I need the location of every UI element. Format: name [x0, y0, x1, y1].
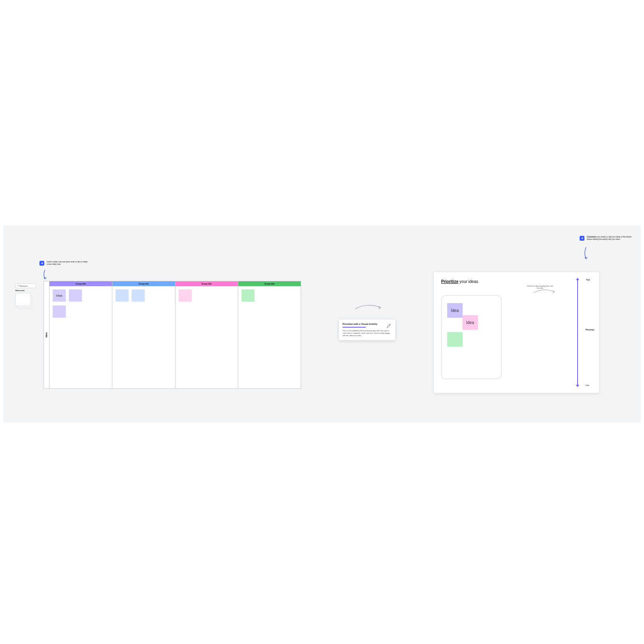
- board-column[interactable]: Group titleIdea: [50, 281, 112, 388]
- visual-activity-title: Prioritize with a Visual Activity: [343, 323, 378, 326]
- tip-icon: [39, 261, 44, 266]
- brainstorm-button[interactable]: ✧ Brainstorm: [15, 283, 36, 288]
- sticky-note[interactable]: [179, 289, 192, 301]
- sparkle-icon: ✧: [17, 285, 19, 287]
- visual-activity-desc: This is a Visual Activity. Each particip…: [343, 330, 392, 337]
- column-header[interactable]: Group title: [112, 281, 175, 286]
- board-column[interactable]: Group title: [238, 281, 301, 388]
- sticky-note[interactable]: [132, 289, 144, 301]
- palette-title: Sticky notes: [15, 289, 36, 291]
- board-column[interactable]: Group title: [112, 281, 175, 388]
- tip-insert-sticky: Insert a sticky note and press enter or …: [39, 261, 88, 266]
- sticky-note[interactable]: [53, 305, 66, 318]
- axis-arrow-down-icon: [576, 385, 579, 387]
- sticky-note[interactable]: Idea: [53, 289, 66, 301]
- sticky-note[interactable]: Idea: [462, 315, 478, 330]
- title-underline: [343, 327, 366, 328]
- arrow-down-icon: [42, 269, 48, 280]
- tip-icon: [580, 236, 584, 241]
- arrow-down-icon: [583, 246, 589, 260]
- flow-arrow-icon: [533, 288, 557, 295]
- prioritize-panel[interactable]: Prioritize your ideas Rank each idea by …: [434, 272, 599, 393]
- sticky-note[interactable]: [447, 332, 462, 347]
- idea-box[interactable]: IdeaIdea: [441, 295, 502, 379]
- brainstorm-board[interactable]: Ideas Group titleIdeaGroup titleGroup ti…: [43, 281, 301, 389]
- sticky-note[interactable]: Idea: [447, 303, 462, 318]
- column-body[interactable]: Idea: [50, 286, 112, 388]
- axis-high-label: High: [586, 279, 590, 281]
- sticky-note-stack[interactable]: [15, 293, 31, 309]
- tip-insert-sticky-text: Insert a sticky note and press enter or …: [47, 261, 88, 266]
- flow-arrow-icon: [354, 303, 382, 312]
- tip-customize: Customize your activity to add your idea…: [580, 236, 636, 241]
- brainstorm-button-label: Brainstorm: [20, 285, 27, 287]
- rocket-icon: [386, 323, 392, 328]
- axis-low-label: Low: [586, 384, 589, 386]
- board-column[interactable]: Group title: [175, 281, 238, 388]
- column-body[interactable]: [238, 286, 301, 388]
- column-header[interactable]: Group title: [238, 281, 301, 286]
- tip-customize-text: Customize your activity to add your idea…: [587, 236, 636, 241]
- sticky-note[interactable]: [242, 289, 254, 301]
- column-body[interactable]: [112, 286, 175, 388]
- priority-axis[interactable]: [577, 279, 578, 386]
- sticky-note-palette: ✧ Brainstorm Sticky notes: [15, 283, 36, 309]
- column-body[interactable]: [175, 286, 238, 388]
- axis-arrow-up-icon: [576, 278, 579, 280]
- column-header[interactable]: Group title: [50, 281, 112, 286]
- prioritize-title: Prioritize your ideas: [441, 279, 592, 284]
- svg-point-0: [389, 325, 390, 326]
- board-side-label: Ideas: [44, 281, 50, 388]
- axis-mid-label: Priority: [586, 328, 594, 331]
- column-header[interactable]: Group title: [175, 281, 238, 286]
- sticky-note[interactable]: [69, 289, 82, 301]
- visual-activity-card[interactable]: Prioritize with a Visual Activity This i…: [339, 320, 395, 340]
- sticky-note[interactable]: [116, 289, 128, 301]
